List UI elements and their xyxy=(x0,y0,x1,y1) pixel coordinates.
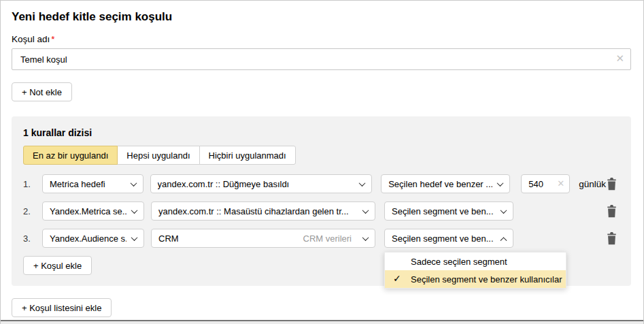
rule-number: 1. xyxy=(23,179,39,189)
new-audience-condition-dialog: Yeni hedef kitle seçim koşulu Koşul adı*… xyxy=(0,0,644,324)
rule3-segment-select[interactable]: CRM CRM verileri xyxy=(151,229,375,248)
rule-logic-tabs: En az bir uygulandı Hepsi uygulandı Hiçb… xyxy=(23,146,620,165)
audience-dropdown-menu: Sadece seçilen segment ✓ Seçilen segment… xyxy=(384,252,566,289)
rule2-segment-select[interactable]: yandex.com.tr :: Masaüstü cihazlardan ge… xyxy=(151,201,375,221)
rule2-audience-select[interactable]: Seçilen segment ve ben... xyxy=(384,201,513,221)
rule3-type-select[interactable]: Yandex.Audience s... xyxy=(42,229,144,248)
delete-rule3-button[interactable] xyxy=(606,232,617,245)
rule-number: 3. xyxy=(23,233,39,244)
add-note-button[interactable]: + Not ekle xyxy=(12,82,72,101)
rule1-audience-select[interactable]: Seçilen hedef ve benzer ... xyxy=(381,174,510,193)
tab-at-least-one-applied[interactable]: En az bir uygulandı xyxy=(23,146,118,165)
chevron-down-icon xyxy=(130,180,137,187)
rule-row-1: 1. Metrica hedefi yandex.com.tr :: Düğme… xyxy=(23,174,620,193)
tab-all-applied[interactable]: Hepsi uygulandı xyxy=(117,146,199,165)
clear-input-icon[interactable]: ✕ xyxy=(615,52,624,65)
rule1-goal-select[interactable]: yandex.com.tr :: Düğmeye basıldı xyxy=(150,174,373,193)
window-bottom-edge xyxy=(1,320,643,324)
required-asterisk: * xyxy=(51,34,54,44)
delete-rule1-button[interactable] xyxy=(606,178,617,191)
clear-period-icon[interactable]: ✕ xyxy=(557,178,564,189)
rule-row-3: 3. Yandex.Audience s... CRM CRM verileri… xyxy=(23,229,620,248)
tab-none-applied[interactable]: Hiçbiri uygulanmadı xyxy=(199,146,296,165)
rules-panel-title: 1 kurallar dizisi xyxy=(23,127,620,138)
add-rule-button[interactable]: + Koşul ekle xyxy=(23,256,92,275)
check-icon: ✓ xyxy=(393,273,401,284)
chevron-down-icon xyxy=(497,180,504,187)
chevron-down-icon xyxy=(359,180,366,187)
rule1-type-select[interactable]: Metrica hedefi xyxy=(42,174,143,193)
rule2-type-select[interactable]: Yandex.Metrica se... xyxy=(42,201,144,221)
chevron-down-icon xyxy=(362,234,369,241)
menu-item-segment-and-similar-users[interactable]: ✓ Seçilen segment ve benzer kullanıcılar xyxy=(385,270,566,288)
period-unit-label: günlük xyxy=(579,179,606,189)
chevron-down-icon xyxy=(362,207,369,214)
rule-number: 2. xyxy=(23,206,39,216)
chevron-down-icon xyxy=(131,234,138,241)
delete-rule2-button[interactable] xyxy=(606,205,617,218)
condition-name-input[interactable] xyxy=(12,48,631,70)
chevron-up-icon xyxy=(501,237,507,244)
page-title: Yeni hedef kitle seçim koşulu xyxy=(12,10,631,24)
segment-category-hint: CRM verileri xyxy=(303,233,352,244)
rule-row-2: 2. Yandex.Metrica se... yandex.com.tr ::… xyxy=(23,201,620,221)
rules-panel: 1 kurallar dizisi En az bir uygulandı He… xyxy=(12,116,631,286)
chevron-down-icon xyxy=(131,207,138,214)
rule3-audience-select[interactable]: Seçilen segment ve ben... xyxy=(384,229,513,248)
menu-item-selected-segment-only[interactable]: Sadece seçilen segment xyxy=(385,253,566,270)
trash-icon xyxy=(606,205,617,218)
condition-name-label: Koşul adı* xyxy=(12,34,631,44)
trash-icon xyxy=(606,232,617,245)
chevron-down-icon xyxy=(501,207,507,214)
trash-icon xyxy=(606,178,617,191)
add-condition-list-button[interactable]: + Koşul listesini ekle xyxy=(12,298,112,317)
